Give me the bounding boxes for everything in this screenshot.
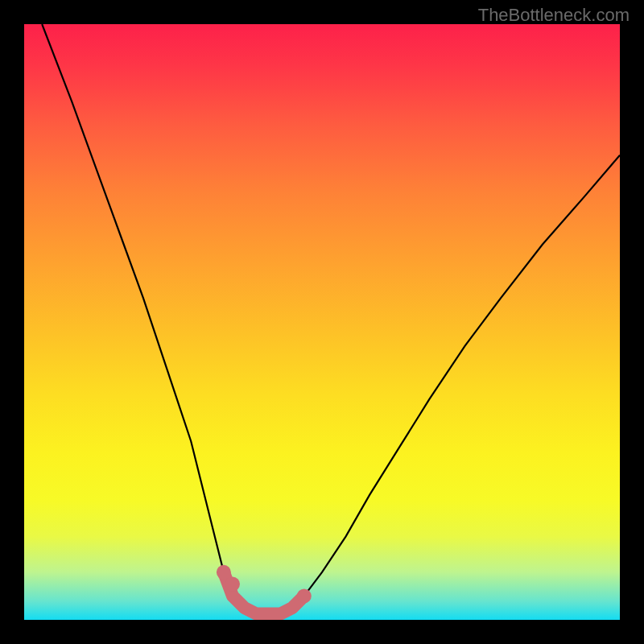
valley-highlight <box>217 565 312 614</box>
bottleneck-curve <box>42 24 620 614</box>
curve-group <box>42 24 620 614</box>
valley-marker <box>297 588 312 603</box>
plot-area <box>24 24 620 620</box>
bottleneck-curve-svg <box>24 24 620 620</box>
watermark-text: TheBottleneck.com <box>478 5 630 26</box>
valley-marker <box>225 577 240 592</box>
valley-marker <box>217 565 231 580</box>
